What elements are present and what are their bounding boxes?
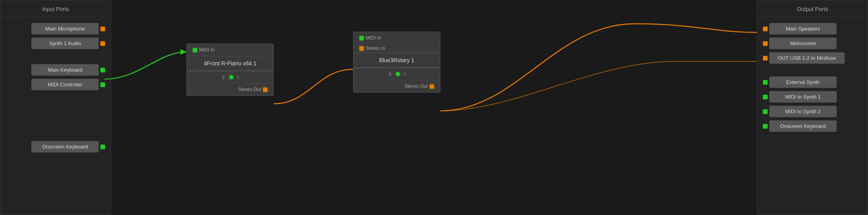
drag-handle-midi-to-synth1: ⋮⋮ [838, 94, 847, 99]
port-dot-main-speakers [763, 27, 768, 31]
port-external-synth[interactable]: External Synth ⋮⋮ [761, 76, 864, 88]
port-label-metronome: Metronome [769, 38, 837, 49]
node-blue3-title: Blue3Rotary 1 [353, 53, 440, 68]
node-4front-midi-in-dot [193, 48, 197, 52]
port-synth1-audio[interactable]: Synth 1 Audio [4, 38, 107, 49]
node-blue3-down-icon: ⇓ [388, 70, 393, 78]
drag-handle-metronome: ⋮⋮ [838, 41, 847, 46]
port-main-keyboard[interactable]: Main Keyboard [4, 64, 107, 76]
wire-4front-to-blue3 [274, 69, 353, 104]
drag-handle-onscreen-keyboard-out: ⋮⋮ [838, 124, 847, 129]
node-4front-stereo-out-dot [263, 88, 267, 92]
port-onscreen-keyboard-in[interactable]: Onscreen Keyboard [4, 141, 107, 152]
port-label-out-usb: OUT USB 1-2 to Minifuse [769, 52, 845, 64]
node-4front-midi-in[interactable]: MIDI In [187, 44, 273, 56]
node-blue3-stereo-in[interactable]: Stereo In [353, 44, 440, 53]
node-blue3-stereo-out-label: Stereo Out [405, 84, 428, 89]
node-blue3-controls: ⇓ ▿ [353, 68, 440, 80]
port-out-usb[interactable]: OUT USB 1-2 to Minifuse ⋮⋮ [761, 52, 864, 64]
input-ports-title: Input Ports [0, 0, 111, 17]
node-blue3-stereo-out-dot [430, 84, 434, 89]
port-label-onscreen-keyboard-out: Onscreen Keyboard [769, 120, 837, 132]
port-dot-onscreen-keyboard-out [763, 124, 768, 129]
drag-handle-external-synth: ⋮⋮ [838, 80, 847, 85]
port-label-external-synth: External Synth [769, 76, 837, 88]
port-dot-onscreen-keyboard-in [100, 145, 105, 149]
node-4front-stereo-out[interactable]: Stereo Out [187, 83, 273, 95]
drag-handle-out-usb: ⋮⋮ [846, 55, 855, 61]
node-blue3-stereo-out[interactable]: Stereo Out [353, 80, 440, 92]
port-label-midi-controller: MIDI Controller [31, 79, 99, 90]
output-ports-title: Output Ports [757, 0, 868, 17]
node-blue3-midi-in-label: MIDI In [366, 35, 381, 41]
node-4front-filter-icon: ▿ [236, 74, 240, 81]
node-blue3-stereo-in-dot [359, 46, 364, 51]
port-midi-to-synth2[interactable]: MIDI to Synth 2 ⋮⋮ [761, 106, 864, 117]
node-4front-led[interactable] [229, 75, 233, 79]
port-midi-controller[interactable]: MIDI Controller [4, 79, 107, 90]
port-onscreen-keyboard-out[interactable]: Onscreen Keyboard ⋮⋮ [761, 120, 864, 132]
node-4front-controls: ⇓ ▿ [187, 71, 273, 83]
node-blue3-led[interactable] [396, 72, 400, 76]
port-midi-to-synth1[interactable]: MIDI to Synth 1 ⋮⋮ [761, 91, 864, 103]
port-dot-midi-controller [100, 82, 105, 87]
port-label-main-speakers: Main Speakers [769, 23, 837, 34]
drag-handle-main-speakers: ⋮⋮ [838, 26, 847, 31]
drag-handle-midi-to-synth2: ⋮⋮ [838, 109, 847, 114]
port-dot-external-synth [763, 80, 768, 85]
node-4front: MIDI In 4Front R-Piano x64 1 ⇓ ▿ Stereo … [186, 44, 274, 96]
wire-arrow-keyboard-4front [181, 49, 186, 55]
node-blue3-midi-in-dot [359, 36, 364, 40]
node-4front-stereo-out-label: Stereo Out [238, 87, 261, 92]
node-blue3-stereo-in-label: Stereo In [366, 46, 385, 51]
port-label-midi-to-synth2: MIDI to Synth 2 [769, 106, 837, 117]
port-label-main-keyboard: Main Keyboard [31, 64, 99, 76]
wire-blue3-to-main-speakers [440, 24, 757, 111]
port-label-synth1-audio: Synth 1 Audio [31, 38, 99, 49]
port-dot-out-usb [763, 56, 768, 61]
port-label-midi-to-synth1: MIDI to Synth 1 [769, 91, 837, 103]
node-blue3-midi-in[interactable]: MIDI In [353, 32, 440, 44]
node-blue3-filter-icon: ▿ [403, 70, 406, 78]
port-label-main-microphone: Main Microphone [31, 23, 99, 34]
node-blue3: MIDI In Stereo In Blue3Rotary 1 ⇓ ▿ Ster… [353, 32, 440, 93]
wire-keyboard-to-4front [104, 52, 186, 79]
node-4front-midi-in-label: MIDI In [199, 47, 215, 53]
port-main-microphone[interactable]: Main Microphone [4, 23, 107, 34]
wire-blue3-to-out-usb [440, 61, 757, 111]
port-dot-midi-to-synth2 [763, 109, 768, 114]
port-dot-midi-to-synth1 [763, 95, 768, 99]
node-4front-down-icon: ⇓ [221, 74, 226, 81]
port-dot-metronome [763, 41, 768, 46]
port-label-onscreen-keyboard-in: Onscreen Keyboard [31, 141, 99, 152]
output-ports-panel: Output Ports Main Speakers ⋮⋮ Metronome … [757, 0, 868, 215]
port-main-speakers[interactable]: Main Speakers ⋮⋮ [761, 23, 864, 34]
port-dot-synth1-audio [100, 41, 105, 46]
port-metronome[interactable]: Metronome ⋮⋮ [761, 38, 864, 49]
port-dot-main-microphone [100, 27, 105, 31]
input-ports-panel: Input Ports Main Microphone Synth 1 Audi… [0, 0, 111, 215]
port-dot-main-keyboard [100, 68, 105, 72]
node-4front-title: 4Front R-Piano x64 1 [187, 56, 273, 71]
